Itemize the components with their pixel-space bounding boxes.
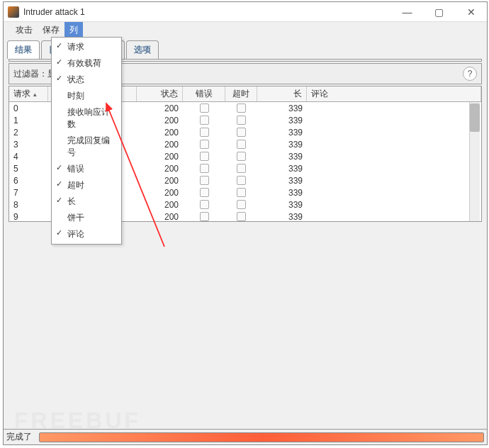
cell-timeout: [225, 152, 257, 161]
cell-status: 200: [137, 200, 183, 210]
cell-timeout: [225, 128, 257, 137]
cell-status: 200: [137, 188, 183, 198]
col-timeout[interactable]: 超时: [225, 86, 257, 101]
cell-status: 200: [137, 164, 183, 174]
cell-timeout: [225, 116, 257, 125]
cell-error: [183, 128, 225, 137]
cell-request: 8: [9, 200, 48, 210]
empty-panel: [4, 222, 487, 429]
cell-request: 5: [9, 164, 48, 174]
cell-error: [183, 152, 225, 161]
cell-timeout: [225, 103, 257, 113]
cell-request: 4: [9, 152, 48, 162]
menubar: 攻击 保存 列: [4, 22, 487, 38]
cell-length: 339: [257, 103, 307, 113]
minimize-button[interactable]: —: [391, 2, 423, 22]
cell-timeout: [225, 200, 257, 209]
cell-status: 200: [137, 116, 183, 125]
checkbox-icon: [237, 103, 246, 113]
filter-label: 过滤器：显: [13, 68, 56, 80]
cell-status: 200: [137, 140, 183, 150]
cell-status: 200: [137, 152, 183, 162]
cell-error: [183, 176, 225, 185]
cell-timeout: [225, 164, 257, 173]
cell-status: 200: [137, 176, 183, 186]
window-title: Intruder attack 1: [23, 7, 391, 17]
checkbox-icon: [237, 116, 246, 125]
cell-error: [183, 116, 225, 125]
cell-timeout: [225, 176, 257, 185]
checkbox-icon: [237, 176, 246, 185]
checkbox-icon: [200, 188, 209, 197]
dropdown-item[interactable]: 超时: [52, 177, 121, 194]
cell-timeout: [225, 140, 257, 149]
dropdown-item[interactable]: 完成回复编号: [52, 133, 121, 161]
checkbox-icon: [200, 200, 209, 209]
vertical-scrollbar[interactable]: [469, 102, 480, 222]
checkbox-icon: [200, 103, 209, 113]
cell-status: 200: [137, 212, 183, 222]
cell-error: [183, 103, 225, 113]
col-length[interactable]: 长: [257, 86, 307, 101]
checkbox-icon: [200, 176, 209, 185]
checkbox-icon: [237, 164, 246, 173]
watermark: FREEBUF: [14, 408, 141, 434]
checkbox-icon: [237, 212, 246, 221]
col-request[interactable]: 请求: [9, 86, 48, 101]
cell-length: 339: [257, 152, 307, 162]
maximize-button[interactable]: ▢: [423, 2, 455, 22]
cell-timeout: [225, 212, 257, 221]
scrollbar-thumb[interactable]: [470, 103, 480, 132]
cell-length: 339: [257, 140, 307, 150]
dropdown-item[interactable]: 评论: [52, 226, 121, 242]
col-error[interactable]: 错误: [183, 86, 225, 101]
cell-request: 1: [9, 116, 48, 125]
cell-error: [183, 200, 225, 209]
cell-request: 3: [9, 140, 48, 150]
cell-request: 6: [9, 176, 48, 186]
cell-status: 200: [137, 128, 183, 138]
checkbox-icon: [200, 116, 209, 125]
menu-attack[interactable]: 攻击: [11, 22, 38, 38]
cell-length: 339: [257, 176, 307, 186]
checkbox-icon: [200, 128, 209, 137]
dropdown-item[interactable]: 饼干: [52, 210, 121, 226]
cell-request: 7: [9, 188, 48, 198]
menu-save[interactable]: 保存: [38, 22, 64, 38]
cell-length: 339: [257, 116, 307, 125]
col-comment[interactable]: 评论: [307, 86, 481, 101]
checkbox-icon: [200, 164, 209, 173]
checkbox-icon: [200, 140, 209, 149]
dropdown-item[interactable]: 状态: [52, 72, 121, 88]
dropdown-item[interactable]: 有效载荷: [52, 55, 121, 72]
tab-options[interactable]: 选项: [126, 40, 159, 59]
dropdown-item[interactable]: 错误: [52, 161, 121, 177]
tab-results[interactable]: 结果: [7, 40, 40, 59]
dropdown-item[interactable]: 请求: [52, 39, 121, 55]
help-icon[interactable]: ?: [463, 67, 477, 81]
checkbox-icon: [237, 140, 246, 149]
dropdown-item[interactable]: 时刻: [52, 88, 121, 104]
cell-request: 9: [9, 212, 48, 222]
dropdown-item[interactable]: 长: [52, 194, 121, 210]
menu-columns[interactable]: 列: [64, 22, 83, 38]
cell-request: 2: [9, 128, 48, 138]
cell-length: 339: [257, 164, 307, 174]
checkbox-icon: [237, 152, 246, 161]
cell-request: 0: [9, 103, 48, 113]
cell-error: [183, 140, 225, 149]
cell-error: [183, 212, 225, 221]
checkbox-icon: [200, 212, 209, 221]
dropdown-item[interactable]: 接收响应计数: [52, 104, 121, 133]
checkbox-icon: [200, 152, 209, 161]
cell-error: [183, 188, 225, 197]
titlebar: Intruder attack 1 — ▢ ✕: [4, 2, 487, 22]
checkbox-icon: [237, 188, 246, 197]
cell-length: 339: [257, 212, 307, 222]
columns-dropdown[interactable]: 请求有效载荷状态时刻接收响应计数完成回复编号错误超时长饼干评论: [51, 37, 122, 245]
cell-length: 339: [257, 128, 307, 138]
cell-timeout: [225, 188, 257, 197]
cell-error: [183, 164, 225, 173]
close-button[interactable]: ✕: [455, 2, 487, 22]
col-status[interactable]: 状态: [137, 86, 183, 101]
